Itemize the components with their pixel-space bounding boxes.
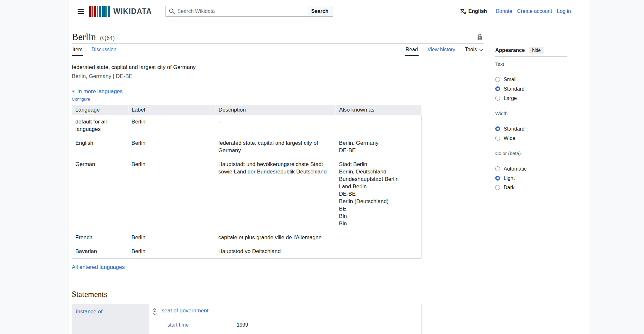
radio-icon — [495, 126, 500, 131]
all-entered-languages-link[interactable]: All entered languages — [72, 264, 125, 270]
wikidata-logo-text: WIKIDATA — [113, 7, 152, 16]
title-row: Berlin (Q64) — [72, 31, 484, 44]
radio-option[interactable]: Automatic — [495, 164, 567, 173]
main-content: Berlin (Q64) Item Discussion Read View h — [72, 23, 484, 334]
appearance-heading: Appearance — [495, 47, 525, 53]
wikidata-logo-bars-icon — [89, 6, 110, 17]
radio-option[interactable]: Wide — [495, 133, 567, 143]
statements-heading: Statements — [72, 290, 484, 299]
cell-label: Berlin — [128, 115, 215, 136]
radio-option[interactable]: Small — [495, 75, 567, 84]
cell-also-known-as — [336, 244, 421, 259]
language-selector[interactable]: A English — [460, 8, 487, 15]
appearance-options: Automatic Light Dark — [495, 164, 567, 192]
radio-icon — [495, 136, 500, 141]
radio-option[interactable]: Dark — [495, 183, 567, 192]
appearance-section: Width Standard Wide — [495, 111, 567, 143]
entity-id: (Q64) — [100, 34, 115, 41]
in-more-languages-toggle[interactable]: In more languages — [72, 88, 484, 95]
hamburger-icon — [78, 9, 84, 14]
radio-icon — [495, 185, 500, 190]
appearance-section-label: Text — [495, 61, 567, 70]
appearance-section: Text Small Standard Large — [495, 61, 567, 103]
cell-description: – — [215, 115, 336, 136]
appearance-section: Color (beta) Automatic Light Dark — [495, 151, 567, 192]
qualifier-row: start time 1999 — [167, 322, 417, 328]
cell-description: federated state, capital and largest cit… — [215, 136, 336, 157]
cell-language: Bavarian — [72, 244, 128, 259]
description-text: federated state, capital and largest cit… — [72, 64, 484, 71]
page-toolbar: Item Discussion Read View history Tools — [72, 44, 484, 56]
appearance-options: Small Standard Large — [495, 75, 567, 103]
cell-language: German — [72, 157, 128, 231]
create-account-link[interactable]: Create account — [517, 8, 552, 14]
translate-icon: A — [460, 8, 467, 15]
language-table-header-row: Language Label Description Also known as — [72, 105, 421, 115]
configure-link[interactable]: Configure — [72, 97, 90, 102]
property-link[interactable]: instance of — [76, 309, 102, 315]
triangle-down-icon — [72, 91, 75, 93]
wikidata-logo[interactable]: WIKIDATA — [89, 6, 152, 17]
cell-language: default for all languages — [72, 115, 128, 136]
column-header-label: Label — [128, 105, 215, 115]
search-form: Search — [166, 6, 333, 17]
column-header-description: Description — [215, 105, 336, 115]
tab-item[interactable]: Item — [72, 44, 83, 56]
tab-read[interactable]: Read — [405, 44, 418, 56]
cell-label: Berlin — [128, 244, 215, 259]
radio-option-label: Standard — [504, 86, 525, 92]
radio-option[interactable]: Large — [495, 93, 567, 103]
radio-icon — [495, 86, 500, 91]
tools-menu-button[interactable]: Tools — [464, 44, 484, 56]
in-more-languages-label: In more languages — [77, 88, 123, 95]
cell-language: French — [72, 231, 128, 244]
main-menu-button[interactable] — [75, 6, 86, 17]
entity-description: federated state, capital and largest cit… — [72, 64, 484, 80]
language-table-row: French Berlin capitale et plus grande vi… — [72, 231, 421, 244]
language-selector-label: English — [469, 8, 487, 14]
site-header: WIKIDATA Search A English — [69, 0, 590, 23]
tab-discussion[interactable]: Discussion — [91, 44, 117, 56]
cell-language: English — [72, 136, 128, 157]
appearance-section-label: Color (beta) — [495, 151, 567, 159]
qualifier-property-link[interactable]: start time — [167, 322, 189, 328]
cell-also-known-as: Stadt Berlin Berlin, Deutschland Bundesh… — [336, 157, 421, 231]
search-button[interactable]: Search — [307, 6, 333, 17]
donate-link[interactable]: Donate — [496, 8, 512, 14]
radio-icon — [495, 166, 500, 171]
appearance-header: Appearance hide — [495, 47, 567, 57]
search-input[interactable] — [166, 6, 307, 17]
language-table-row: default for all languages Berlin – — [72, 115, 421, 136]
cell-description: Hauptstod vo Deitschland — [215, 244, 336, 259]
tab-view-history[interactable]: View history — [427, 44, 456, 56]
description-aliases: Berlin, Germany | DE-BE — [72, 73, 484, 80]
statement-property-cell: instance of — [72, 304, 149, 334]
chevron-down-icon — [479, 47, 483, 53]
cell-description: Hauptstadt und bevölkerungsreichste Stad… — [215, 157, 336, 231]
radio-option-label: Light — [504, 175, 515, 181]
radio-option[interactable]: Standard — [495, 124, 567, 133]
log-in-link[interactable]: Log in — [557, 8, 571, 14]
cell-label: Berlin — [128, 157, 215, 231]
radio-option-label: Standard — [504, 126, 525, 132]
svg-text:A: A — [464, 11, 466, 15]
semi-protection-lock-icon — [477, 33, 483, 42]
radio-option-label: Automatic — [504, 166, 526, 172]
cell-also-known-as: Berlin, Germany DE-BE — [336, 136, 421, 157]
radio-option[interactable]: Light — [495, 173, 567, 183]
cell-also-known-as — [336, 231, 421, 244]
radio-icon — [495, 176, 500, 181]
radio-option[interactable]: Standard — [495, 84, 567, 93]
page-container: WIKIDATA Search A English — [69, 0, 590, 334]
appearance-hide-button[interactable]: hide — [529, 47, 544, 54]
cell-also-known-as — [336, 115, 421, 136]
appearance-sections: Text Small Standard Large Width Standard… — [495, 61, 567, 192]
rank-selector-icon[interactable] — [153, 308, 156, 317]
qualifier-value: 1999 — [237, 322, 248, 328]
column-header-also-known-as: Also known as — [336, 105, 421, 115]
statement-value-link[interactable]: seat of government — [162, 307, 209, 314]
user-nav: A English Donate Create account Log in — [460, 8, 571, 15]
language-table: Language Label Description Also known as… — [72, 105, 421, 259]
statement-group: instance of seat of government — [72, 304, 421, 334]
cell-label: Berlin — [128, 136, 215, 157]
